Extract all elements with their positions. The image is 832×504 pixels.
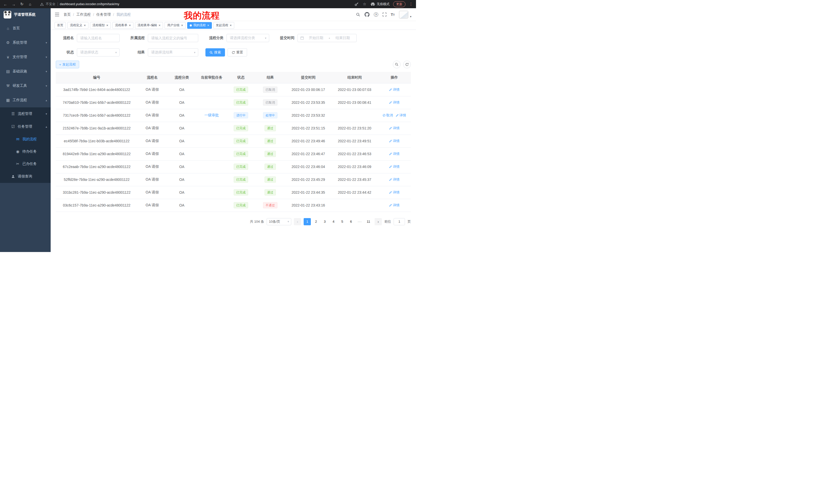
table-row: 331bc281-7b9a-11ec-a290-acde48001122OA 请… xyxy=(56,186,411,199)
close-icon[interactable]: × xyxy=(159,24,161,27)
app-logo-row[interactable]: 芋道管理系统 xyxy=(0,8,51,21)
filter-result: 结果 请选择流结果 ▾ xyxy=(127,48,198,57)
detail-action-link[interactable]: 详情 xyxy=(389,203,399,207)
tab-process-model[interactable]: 流程模型× xyxy=(90,22,111,29)
sidebar-item-my-process[interactable]: ✉ 我的流程 xyxy=(0,133,51,145)
cell-category: OA xyxy=(167,109,197,122)
cell-current-task xyxy=(197,122,227,135)
cell-process-name: OA 请假 xyxy=(137,186,167,199)
page-size-select[interactable]: 10条/页 ▾ xyxy=(267,218,291,225)
sidebar-item-infrastructure[interactable]: ▤ 基础设施 ▾ xyxy=(0,64,51,79)
process-definition-input[interactable] xyxy=(148,34,198,42)
detail-action-link[interactable]: 详情 xyxy=(389,190,399,195)
address-bar[interactable]: 不安全 dashboard.yudao.iocoder.cn/bpm/task/… xyxy=(40,2,351,6)
browser-menu-icon[interactable]: ⋮ xyxy=(409,2,413,6)
github-icon[interactable] xyxy=(365,12,369,17)
result-select[interactable]: 请选择流结果 ▾ xyxy=(148,48,198,57)
close-icon[interactable]: × xyxy=(129,24,131,27)
sidebar-item-system-management[interactable]: ⚙ 系统管理 ▾ xyxy=(0,35,51,50)
page-button[interactable]: 6 xyxy=(347,218,355,225)
tab-start-process[interactable]: 发起流程× xyxy=(213,22,234,29)
fullscreen-icon[interactable] xyxy=(383,12,386,17)
detail-action-link[interactable]: 详情 xyxy=(389,177,399,182)
col-end-time: 结束时间 xyxy=(331,72,378,83)
next-page-button[interactable]: › xyxy=(374,218,382,225)
page-button[interactable]: 2 xyxy=(312,218,319,225)
sidebar-item-todo-tasks[interactable]: ◉ 待办任务 xyxy=(0,145,51,158)
search-button[interactable]: 搜索 xyxy=(205,48,225,57)
sidebar-item-home[interactable]: ⌂ 首页 xyxy=(0,21,51,35)
tab-home[interactable]: 首页 xyxy=(54,22,66,29)
cell-status: 已完成 xyxy=(227,160,255,173)
browser-back-button[interactable]: ← xyxy=(3,2,8,6)
detail-action-link[interactable]: 详情 xyxy=(396,113,406,118)
more-pages-button[interactable]: ··· xyxy=(356,218,363,225)
sidebar-item-payment-management[interactable]: ¥ 支付管理 ▾ xyxy=(0,50,51,64)
breadcrumb-item-task-management[interactable]: 任务管理 xyxy=(97,12,111,17)
category-select[interactable]: 请选择流程分类 ▾ xyxy=(227,34,269,42)
sidebar-item-leave-query[interactable]: 请假查询 xyxy=(0,170,51,183)
cell-result: 通过 xyxy=(255,122,285,135)
close-icon[interactable]: × xyxy=(106,24,108,27)
user-menu[interactable]: ▼ xyxy=(399,11,412,19)
bookmark-star-icon[interactable]: ☆ xyxy=(362,2,367,6)
tools-icon: ⚒ xyxy=(5,83,11,88)
sidebar-item-done-tasks[interactable]: ✂ 已办任务 xyxy=(0,158,51,170)
close-icon[interactable]: × xyxy=(230,24,232,27)
show-search-button[interactable] xyxy=(393,61,400,68)
prev-page-button[interactable]: ‹ xyxy=(294,218,301,225)
menu-collapse-icon[interactable] xyxy=(55,12,59,17)
sidebar-item-task-management[interactable]: ☑ 任务管理 ▴ xyxy=(0,120,51,133)
status-tag: 已完成 xyxy=(234,100,248,106)
detail-action-link[interactable]: 详情 xyxy=(389,87,399,92)
security-label: 不安全 xyxy=(46,2,55,6)
cell-category: OA xyxy=(167,173,197,186)
tab-user-group[interactable]: 用户分组× xyxy=(164,22,186,29)
search-icon[interactable] xyxy=(356,12,360,17)
font-size-icon[interactable]: TT xyxy=(391,12,395,17)
sidebar-item-workflow[interactable]: ▦ 工作流程 ▴ xyxy=(0,93,51,107)
refresh-table-button[interactable] xyxy=(403,61,411,68)
create-process-button[interactable]: + 发起流程 xyxy=(56,61,79,68)
browser-reload-button[interactable]: ↻ xyxy=(20,2,24,6)
breadcrumb-item-home[interactable]: 首页 xyxy=(63,12,71,17)
close-icon[interactable]: × xyxy=(84,24,86,27)
tab-process-form[interactable]: 流程表单× xyxy=(112,22,133,29)
browser-home-button[interactable]: ⌂ xyxy=(28,2,32,6)
page-button[interactable]: 1 xyxy=(304,218,311,225)
tab-process-form-edit[interactable]: 流程表单-编辑× xyxy=(135,22,163,29)
browser-forward-button[interactable]: → xyxy=(11,2,16,6)
detail-action-link[interactable]: 详情 xyxy=(389,126,399,131)
browser-update-button[interactable]: 更新 xyxy=(393,1,406,7)
detail-action-link[interactable]: 详情 xyxy=(389,139,399,143)
reset-button[interactable]: 重置 xyxy=(228,48,247,57)
sidebar-item-dev-tools[interactable]: ⚒ 研发工具 ▾ xyxy=(0,79,51,93)
password-key-icon[interactable] xyxy=(355,2,359,6)
cancel-action-link[interactable]: 取消 xyxy=(383,113,393,118)
page-button[interactable]: 3 xyxy=(321,218,328,225)
close-icon[interactable]: × xyxy=(207,24,209,27)
page-button[interactable]: 5 xyxy=(339,218,346,225)
detail-action-link[interactable]: 详情 xyxy=(389,100,399,105)
close-icon[interactable]: × xyxy=(181,24,183,27)
current-task-link[interactable]: 一级审批 xyxy=(204,113,219,117)
cell-process-name: OA 请假 xyxy=(137,96,167,109)
cell-result: 处理中 xyxy=(255,109,285,122)
table-header-row: 编号 流程名 流程分类 当前审批任务 状态 结果 提交时间 结束时间 操作 xyxy=(56,72,411,83)
cell-id: 819442e8-7b9a-11ec-a290-acde48001122 xyxy=(56,147,137,160)
help-icon[interactable]: ? xyxy=(374,12,378,17)
detail-action-link[interactable]: 详情 xyxy=(389,151,399,156)
goto-page-input[interactable] xyxy=(394,218,405,225)
tab-my-process[interactable]: 我的流程× xyxy=(187,22,212,29)
detail-action-link[interactable]: 详情 xyxy=(389,164,399,169)
process-name-input[interactable] xyxy=(77,34,120,42)
breadcrumb-item-workflow[interactable]: 工作流程 xyxy=(76,12,91,17)
tab-process-definition[interactable]: 流程定义× xyxy=(67,22,88,29)
sidebar-item-process-management[interactable]: ☰ 流程管理 ▾ xyxy=(0,107,51,120)
submit-time-range-picker[interactable]: 开始日期 - 结束日期 xyxy=(297,34,357,42)
refresh-icon xyxy=(232,51,235,54)
page-button[interactable]: 11 xyxy=(365,218,372,225)
page-button[interactable]: 4 xyxy=(330,218,337,225)
status-select[interactable]: 请选择状态 ▾ xyxy=(77,48,120,57)
incognito-badge: 无痕模式 xyxy=(370,2,390,6)
